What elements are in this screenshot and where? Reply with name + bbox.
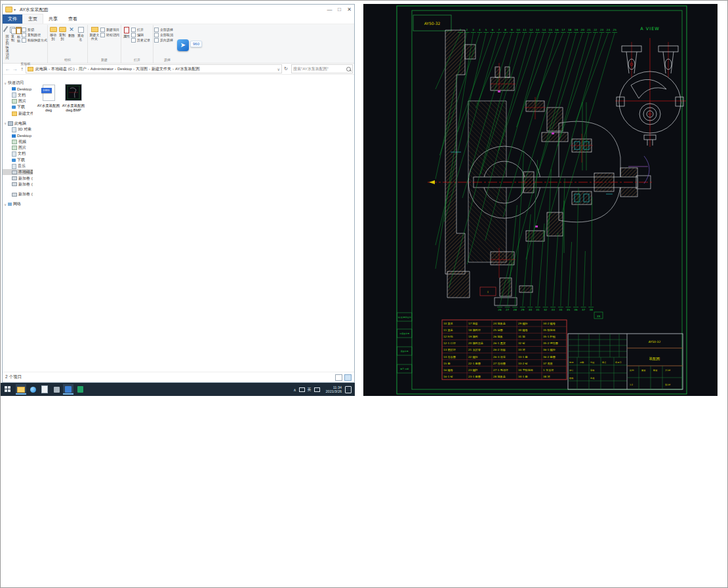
- pin-quick-access-button[interactable]: 固定到快速访问: [5, 25, 10, 60]
- title-bar[interactable]: ▾ AY水泵装配图 — □ ✕: [3, 5, 354, 14]
- taskbar-explorer-icon[interactable]: [16, 384, 26, 395]
- history-button[interactable]: 历史记录: [131, 37, 150, 43]
- breadcrumb-item[interactable]: AY水泵装配图: [175, 67, 200, 71]
- pic-icon: [12, 99, 17, 104]
- breadcrumb-item[interactable]: Desktop: [117, 67, 132, 71]
- close-button[interactable]: ✕: [344, 5, 354, 14]
- down-icon: [12, 159, 16, 162]
- sidebar-item-本地磁盘 (C:)[interactable]: 本地磁盘 (C:): [3, 169, 33, 175]
- easy-access-icon: [100, 33, 105, 37]
- ime-indicator[interactable]: 英: [308, 387, 312, 393]
- file-name: AY水泵装配图dwg.BMP: [62, 104, 85, 112]
- invert-selection-button[interactable]: 反向选择: [154, 37, 173, 43]
- copy-path-button[interactable]: 复制路径: [22, 32, 47, 37]
- breadcrumb-item[interactable]: 本地磁盘 (C:): [51, 67, 75, 71]
- promo-overlay[interactable]: ➤ 960: [177, 39, 202, 51]
- tray-display-icon[interactable]: [299, 387, 305, 392]
- copy-to-button[interactable]: 复制到: [58, 25, 67, 41]
- refresh-icon[interactable]: ↻: [282, 66, 290, 71]
- taskbar-document-icon[interactable]: [39, 384, 50, 395]
- tree-expand-icon[interactable]: ∨: [3, 203, 8, 206]
- maximize-button[interactable]: □: [334, 5, 344, 14]
- tree-expand-icon[interactable]: ∨: [3, 81, 8, 85]
- tab-home[interactable]: 主页: [22, 14, 43, 24]
- tab-file[interactable]: 文件: [3, 14, 22, 24]
- file-tile[interactable]: DWGAY水泵装配图dwg: [38, 83, 59, 112]
- address-dropdown-icon[interactable]: ∨: [277, 67, 280, 71]
- sidebar-item-图片[interactable]: 图片: [3, 145, 33, 151]
- search-icon[interactable]: [346, 67, 351, 71]
- details-view-icon[interactable]: [335, 374, 342, 381]
- search-box[interactable]: 搜索"AY水泵装配图": [291, 64, 353, 73]
- cut-button[interactable]: 剪切: [22, 27, 47, 32]
- select-all-button[interactable]: 全部选择: [154, 27, 173, 32]
- taskbar-cad-icon[interactable]: [63, 384, 73, 395]
- properties-button[interactable]: 属性: [122, 25, 131, 39]
- sidebar-item-Desktop[interactable]: Desktop: [3, 132, 33, 138]
- edit-button[interactable]: 编辑: [131, 32, 150, 37]
- move-to-button[interactable]: 移动到: [49, 25, 58, 41]
- leader-line: [546, 169, 552, 306]
- sidebar-item-新建文件夹[interactable]: 新建文件夹: [3, 110, 33, 116]
- part-label: 33: [552, 308, 556, 311]
- drive-icon: [12, 176, 17, 180]
- copy-button[interactable]: 复制: [10, 25, 16, 42]
- sidebar-item-视频[interactable]: 视频: [3, 139, 33, 145]
- delete-button[interactable]: ✕删除: [67, 25, 76, 38]
- tab-share[interactable]: 共享: [43, 14, 63, 24]
- new-folder-button[interactable]: 新建文件夹: [89, 25, 100, 41]
- sidebar-item-新加卷 (F:)[interactable]: 新加卷 (F:): [3, 191, 33, 197]
- promo-badge[interactable]: 960: [190, 41, 202, 47]
- tree-expand-icon[interactable]: ∨: [3, 121, 8, 125]
- taskbar-browser-icon[interactable]: [28, 384, 38, 395]
- breadcrumb-item[interactable]: Administrator: [91, 67, 113, 71]
- breadcrumb-separator: ›: [115, 67, 116, 71]
- sidebar-item-文档[interactable]: 文档: [3, 92, 33, 98]
- part-label: 8: [504, 28, 506, 31]
- minimize-button[interactable]: —: [325, 5, 334, 14]
- breadcrumb[interactable]: 此电脑›本地磁盘 (C:)›用户›Administrator›Desktop›大…: [26, 64, 282, 73]
- easy-access-button[interactable]: 轻松访问: [100, 32, 119, 37]
- file-tile[interactable]: AY水泵装配图dwg.BMP: [63, 83, 84, 112]
- up-icon[interactable]: ↑: [18, 66, 26, 72]
- sidebar-item-图片[interactable]: 图片: [3, 98, 33, 104]
- breadcrumb-item[interactable]: 此电脑: [35, 67, 47, 71]
- sidebar-item-新加卷 (D:)[interactable]: 新加卷 (D:): [3, 175, 33, 181]
- download-arrow-icon[interactable]: ➤: [177, 39, 189, 51]
- part-label: 13: [536, 28, 540, 31]
- open-button[interactable]: 打开: [131, 27, 150, 32]
- sidebar-item-新加卷 (E:)[interactable]: 新加卷 (E:): [3, 182, 33, 187]
- bom-cell: 17 轴套: [468, 322, 478, 325]
- sidebar-network[interactable]: ∨网络: [3, 201, 33, 207]
- sidebar-item-下载[interactable]: 下载: [3, 157, 33, 163]
- breadcrumb-item[interactable]: 新建文件夹: [152, 67, 171, 71]
- breadcrumb-item[interactable]: 大湿图: [136, 67, 148, 71]
- breadcrumb-item[interactable]: 用户: [79, 67, 87, 71]
- back-icon[interactable]: ←: [4, 66, 11, 72]
- taskbar-app-icon[interactable]: [51, 384, 62, 395]
- clock[interactable]: 11:34 2021/3/26: [326, 385, 342, 394]
- forward-icon[interactable]: →: [11, 66, 18, 72]
- select-none-button[interactable]: 全部取消: [154, 32, 173, 37]
- sidebar-item-文档[interactable]: 文档: [3, 151, 33, 157]
- sidebar-item-下载[interactable]: 下载: [3, 104, 33, 110]
- paste-button[interactable]: 粘贴: [16, 25, 22, 43]
- sidebar-item-3D 对象[interactable]: 3D 对象: [3, 127, 33, 132]
- thumbnail-view-icon[interactable]: [344, 374, 352, 381]
- drive-icon: [12, 182, 17, 186]
- file-list-area[interactable]: DWGAY水泵装配图dwgAY水泵装配图dwg.BMP: [33, 75, 354, 372]
- tab-view[interactable]: 查看: [63, 14, 83, 24]
- paste-shortcut-button[interactable]: 粘贴快捷方式: [22, 37, 47, 43]
- sidebar-quick-access[interactable]: ∨快速访问: [3, 80, 33, 86]
- rename-button[interactable]: 重命名: [76, 25, 85, 41]
- notification-center-icon[interactable]: [345, 386, 352, 393]
- sidebar-item-音乐[interactable]: 音乐: [3, 163, 33, 169]
- new-item-button[interactable]: 新建项目: [100, 27, 119, 32]
- taskbar-office-icon[interactable]: [75, 384, 85, 395]
- qat-customize-icon[interactable]: ▾: [14, 7, 16, 12]
- sidebar-item-Desktop[interactable]: Desktop: [3, 86, 33, 92]
- start-button[interactable]: [5, 386, 11, 393]
- tray-expand-icon[interactable]: ∧: [293, 387, 296, 392]
- sidebar-this-pc[interactable]: ∨此电脑: [3, 121, 33, 127]
- tray-battery-icon[interactable]: [314, 387, 320, 392]
